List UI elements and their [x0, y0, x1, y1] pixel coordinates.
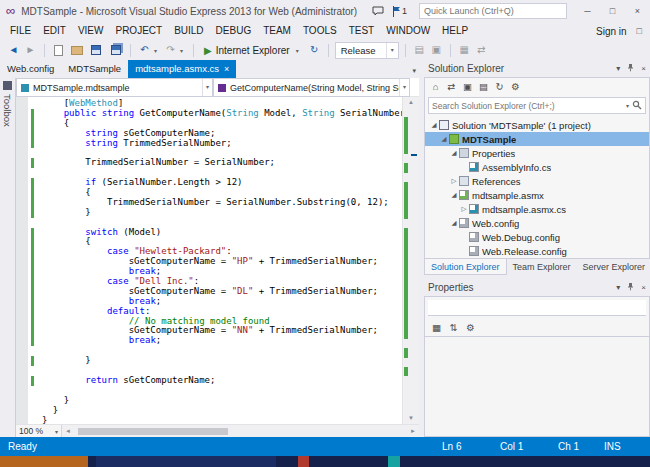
scroll-right-icon[interactable]: ► [407, 428, 419, 434]
expander-expanded-icon[interactable]: ◢ [439, 135, 449, 143]
tab-list-dropdown-icon[interactable]: ▾ [412, 67, 416, 75]
code-line[interactable]: return sGetComputerName; [16, 376, 402, 386]
menu-team[interactable]: TEAM [257, 22, 297, 40]
menu-test[interactable]: TEST [343, 22, 381, 40]
menu-edit[interactable]: EDIT [37, 22, 72, 40]
configuration-dropdown[interactable]: Release ▾ [335, 42, 399, 59]
taskbar-item[interactable] [388, 456, 400, 467]
taskbar-item[interactable] [0, 456, 88, 467]
scroll-up-icon[interactable]: ▲ [403, 97, 419, 108]
browser-dropdown-icon[interactable]: ▾ [294, 47, 301, 54]
expander-expanded-icon[interactable]: ◢ [449, 149, 459, 157]
search-dropdown-icon[interactable]: ▾ [626, 102, 629, 109]
pane-tab-server-explorer[interactable]: Server Explorer [577, 259, 650, 275]
save-icon[interactable] [91, 45, 101, 55]
save-all-icon[interactable] [111, 45, 121, 55]
zoom-control[interactable]: 100 % ▾ [16, 425, 62, 438]
redo-dropdown-icon[interactable]: ▾ [180, 47, 187, 54]
pane-tab-team-explorer[interactable]: Team Explorer [507, 259, 577, 275]
notifications-flag-icon[interactable]: 1 [392, 6, 407, 17]
start-debug-button[interactable]: ▶ Internet Explorer ▾ [200, 45, 305, 56]
code-line[interactable]: } [16, 208, 402, 218]
code-line[interactable]: } [16, 396, 402, 406]
code-line[interactable]: } [16, 416, 402, 425]
full-screen-icon[interactable]: □ [637, 26, 642, 36]
redo-icon[interactable]: ↷ [163, 40, 178, 60]
toolbox-tab[interactable]: Toolbox [0, 78, 15, 437]
editor-hscrollbar-track[interactable] [74, 425, 407, 438]
hscrollbar-thumb[interactable] [78, 428, 228, 435]
navigate-forward-icon[interactable]: ► [23, 40, 38, 60]
menu-tools[interactable]: TOOLS [297, 22, 343, 40]
close-pane-icon[interactable]: × [641, 283, 646, 292]
solution-explorer-header[interactable]: Solution Explorer ▾ × [424, 60, 650, 77]
alphabetical-icon[interactable]: ⇅ [446, 319, 461, 337]
expander-collapsed-icon[interactable]: ▷ [459, 205, 469, 213]
show-all-files-icon[interactable]: ▤ [476, 78, 491, 96]
tree-item-mdtsample.asmx[interactable]: ◢mdtsample.asmx [425, 188, 649, 202]
tree-item-assemblyinfo.cs[interactable]: AssemblyInfo.cs [425, 160, 649, 174]
collapse-all-icon[interactable]: ▣ [460, 78, 475, 96]
close-tab-icon[interactable]: × [224, 60, 229, 78]
tab-Web.config[interactable]: Web.config [0, 60, 61, 78]
window-position-icon[interactable]: ▾ [616, 283, 620, 292]
code-editor[interactable]: [WebMethod] public string GetComputerNam… [16, 97, 402, 424]
solution-search-input[interactable] [432, 101, 623, 111]
menu-build[interactable]: BUILD [168, 22, 209, 40]
undo-icon[interactable]: ↶ [137, 40, 152, 60]
properties-icon[interactable]: ⚙ [508, 78, 523, 96]
feedback-icon[interactable] [372, 6, 384, 17]
tree-item-web.config[interactable]: ◢Web.config [425, 216, 649, 230]
taskbar-item[interactable] [298, 456, 309, 467]
toolbar-extra-icon-2[interactable]: ▣ [429, 40, 444, 60]
pane-tab-solution-explorer[interactable]: Solution Explorer [424, 259, 507, 275]
tree-item-references[interactable]: ▷References [425, 174, 649, 188]
title-bar[interactable]: ∞ MDTSample - Microsoft Visual Studio Ex… [0, 0, 650, 22]
tree-item-solution-mdtsample-1-project-[interactable]: ◢Solution 'MDTSample' (1 project) [425, 118, 649, 132]
toolbar-extra-icon-3[interactable]: ▦ [457, 40, 472, 60]
close-pane-icon[interactable]: × [641, 64, 646, 73]
property-pages-icon[interactable]: ⚙ [463, 319, 478, 337]
taskbar-item[interactable] [96, 456, 276, 467]
code-line[interactable] [16, 386, 402, 396]
expander-expanded-icon[interactable]: ◢ [449, 219, 459, 227]
close-button[interactable]: × [625, 0, 650, 22]
tree-item-properties[interactable]: ◢Properties [425, 146, 649, 160]
tab-MDTSample[interactable]: MDTSample [61, 60, 128, 78]
refresh-icon[interactable]: ↻ [307, 40, 322, 60]
minimize-button[interactable]: ─ [575, 0, 600, 22]
sign-in-button[interactable]: Sign in [596, 26, 627, 37]
tree-item-mdtsample[interactable]: ◢MDTSample [425, 132, 649, 146]
tree-item-mdtsample.asmx.cs[interactable]: ▷mdtsample.asmx.cs [425, 202, 649, 216]
pin-icon[interactable] [626, 63, 635, 74]
code-line[interactable]: } [16, 356, 402, 366]
code-line[interactable]: break; [16, 336, 402, 346]
quick-launch-input[interactable] [419, 3, 567, 19]
menu-project[interactable]: PROJECT [109, 22, 168, 40]
refresh-icon[interactable]: ↻ [492, 78, 507, 96]
solution-search-box[interactable]: ▾ [428, 97, 646, 114]
tree-item-web.release.config[interactable]: Web.Release.config [425, 244, 649, 258]
type-dropdown[interactable]: MDTSample.mdtsample ▾ [16, 78, 213, 97]
expander-collapsed-icon[interactable]: ▷ [449, 177, 459, 185]
code-line[interactable]: public string GetComputerName(String Mod… [16, 109, 402, 119]
menu-window[interactable]: WINDOW [380, 22, 436, 40]
properties-header[interactable]: Properties ▾ × [424, 279, 650, 296]
pin-icon[interactable] [626, 282, 635, 293]
sync-with-active-document-icon[interactable]: ⇄ [444, 78, 459, 96]
menu-file[interactable]: FILE [4, 22, 37, 40]
code-line[interactable]: } [16, 406, 402, 416]
home-icon[interactable]: ⌂ [428, 78, 443, 96]
expander-expanded-icon[interactable]: ◢ [449, 191, 459, 199]
toolbar-extra-icon-4[interactable]: ⇄ [474, 40, 489, 60]
scroll-left-icon[interactable]: ◄ [62, 428, 74, 434]
properties-object-dropdown[interactable] [428, 300, 646, 316]
menu-view[interactable]: VIEW [72, 22, 110, 40]
code-line[interactable]: string TrimmedSerialNumber; [16, 139, 402, 149]
toolbar-extra-icon-1[interactable]: ▤ [412, 40, 427, 60]
new-file-icon[interactable] [54, 45, 63, 56]
windows-taskbar[interactable] [0, 456, 650, 467]
expander-expanded-icon[interactable]: ◢ [429, 121, 439, 129]
open-file-icon[interactable] [71, 46, 83, 55]
editor-vscrollbar-track[interactable] [403, 108, 419, 413]
